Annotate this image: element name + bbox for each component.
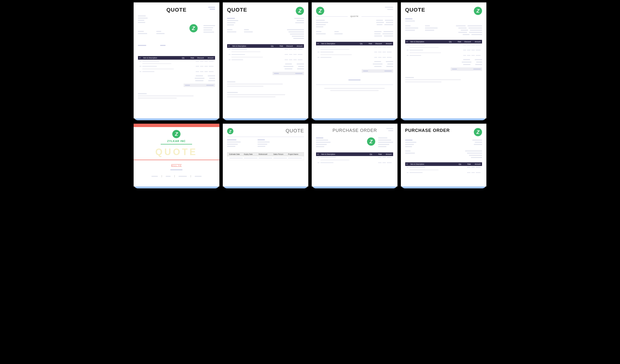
doc-title: QUOTE — [348, 15, 361, 17]
doc-title: QUOTE — [155, 147, 198, 157]
bill-to-label: BILL TO — [138, 164, 215, 167]
template-card[interactable]: PURCHASE ORDER Z — [312, 124, 398, 188]
items-table-header: # Item & Description Qty Rate Discount A… — [138, 56, 215, 60]
items-table-header: # Item & Description Qty Rate Discount A… — [405, 40, 482, 44]
brand-logo: Z — [316, 7, 324, 15]
items-table-header: # Item & Description Qty Rate Amount — [405, 162, 482, 166]
template-card[interactable]: Z QUOTE — [312, 2, 398, 120]
brand-logo: Z — [189, 24, 198, 32]
doc-title: QUOTE — [227, 7, 247, 13]
template-card[interactable]: Z QUOTE Estima — [223, 124, 309, 188]
items-table-header: # Item & Description Qty Rate Discount A… — [316, 42, 393, 46]
template-card[interactable]: PURCHASE ORDER Z — [401, 124, 487, 188]
meta-table-header: Estimate Date Expiry Date Reference# Sal… — [227, 152, 304, 156]
brand-logo: Z — [474, 128, 482, 136]
brand-logo: Z — [474, 7, 482, 15]
doc-title: QUOTE — [405, 7, 425, 13]
doc-title: PURCHASE ORDER — [405, 128, 450, 133]
brand-logo: Z — [296, 7, 304, 15]
items-table-header: # Item & Description Qty Rate Discount A… — [227, 44, 304, 48]
brand-logo: Z — [367, 137, 375, 146]
template-card[interactable]: Z ZYLKAR INC QUOTE BILL TO — [134, 124, 219, 188]
doc-title: PURCHASE ORDER — [332, 128, 377, 133]
template-card[interactable]: QUOTE Z — [134, 2, 219, 120]
template-card[interactable]: QUOTE Z — [223, 2, 309, 120]
doc-title: QUOTE — [167, 7, 186, 13]
company-name: ZYLKAR INC — [167, 140, 186, 142]
brand-logo: Z — [227, 128, 233, 134]
items-table-header: # Item & Description Qty Rate Amount — [316, 152, 393, 156]
brand-logo: Z — [172, 130, 181, 138]
doc-title: QUOTE — [286, 128, 304, 134]
template-grid: QUOTE Z — [134, 2, 486, 188]
template-card[interactable]: QUOTE Z — [401, 2, 487, 120]
